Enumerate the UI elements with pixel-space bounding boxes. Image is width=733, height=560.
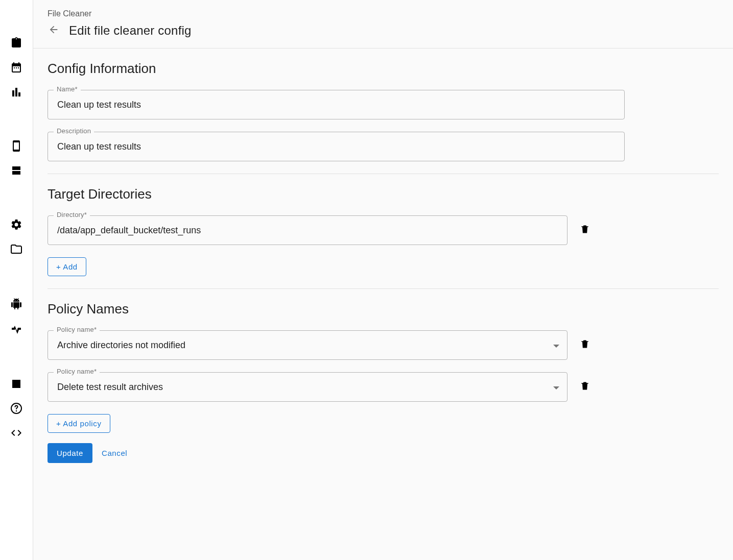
policy-row: Policy name* Delete test result archives	[48, 372, 719, 402]
trash-icon	[580, 380, 590, 394]
policy-row: Policy name* Archive directories not mod…	[48, 330, 719, 360]
calendar-icon	[10, 61, 22, 76]
update-button[interactable]: Update	[48, 443, 92, 463]
form-actions: Update Cancel	[48, 443, 719, 463]
smartphone-icon	[10, 140, 22, 154]
nav-code[interactable]	[4, 422, 29, 446]
page-header: File Cleaner Edit file cleaner config	[33, 0, 733, 48]
policy-select-0[interactable]: Archive directories not modified	[48, 330, 568, 360]
nav-settings[interactable]	[4, 213, 29, 238]
nav-smartphone[interactable]	[4, 135, 29, 159]
description-input[interactable]	[48, 132, 625, 161]
name-label: Name*	[54, 85, 81, 93]
directory-input[interactable]	[48, 215, 568, 245]
code-icon	[10, 427, 22, 441]
delete-directory-button[interactable]	[579, 224, 591, 236]
directory-label: Directory*	[54, 211, 90, 218]
add-directory-button[interactable]: + Add	[48, 257, 86, 276]
nav-help[interactable]	[4, 397, 29, 422]
trash-icon	[580, 338, 590, 352]
nav-android[interactable]	[4, 293, 29, 318]
nav-health[interactable]	[4, 318, 29, 342]
description-label: Description	[54, 127, 94, 135]
section-title-target-dirs: Target Directories	[48, 186, 719, 202]
note-icon	[10, 378, 22, 392]
trash-icon	[580, 224, 590, 237]
svg-point-0	[16, 410, 17, 411]
delete-policy-button-0[interactable]	[579, 339, 591, 351]
description-field-wrap: Description	[48, 132, 625, 161]
nav-calendar[interactable]	[4, 56, 29, 81]
back-button[interactable]	[48, 25, 60, 37]
bar-chart-icon	[10, 86, 22, 100]
policy-select-1[interactable]: Delete test result archives	[48, 372, 568, 402]
breadcrumb: File Cleaner	[48, 9, 719, 18]
divider	[48, 288, 719, 289]
nav-bar-chart[interactable]	[4, 81, 29, 105]
nav-server[interactable]	[4, 159, 29, 184]
cancel-button[interactable]: Cancel	[102, 449, 127, 457]
add-policy-button[interactable]: + Add policy	[48, 414, 110, 433]
server-icon	[10, 164, 22, 179]
divider	[48, 174, 719, 174]
nav-folder[interactable]	[4, 238, 29, 262]
android-icon	[10, 298, 22, 312]
policy-select-value: Archive directories not modified	[57, 340, 185, 351]
sidebar	[0, 0, 33, 560]
policy-label: Policy name*	[54, 326, 100, 333]
arrow-left-icon	[48, 24, 59, 37]
page-title: Edit file cleaner config	[69, 23, 192, 38]
help-icon	[10, 402, 22, 417]
policy-label: Policy name*	[54, 368, 100, 375]
section-title-policies: Policy Names	[48, 301, 719, 317]
clipboard-icon	[10, 37, 22, 51]
health-icon	[10, 323, 22, 337]
section-title-config: Config Information	[48, 61, 719, 77]
policy-select-value: Delete test result archives	[57, 382, 163, 393]
directory-row: Directory*	[48, 215, 719, 245]
name-field-wrap: Name*	[48, 90, 625, 119]
delete-policy-button-1[interactable]	[579, 381, 591, 393]
folder-icon	[10, 243, 22, 257]
gear-icon	[10, 218, 22, 233]
name-input[interactable]	[48, 90, 625, 119]
main-panel: File Cleaner Edit file cleaner config Co…	[33, 0, 733, 560]
nav-note[interactable]	[4, 373, 29, 397]
nav-clipboard[interactable]	[4, 32, 29, 56]
